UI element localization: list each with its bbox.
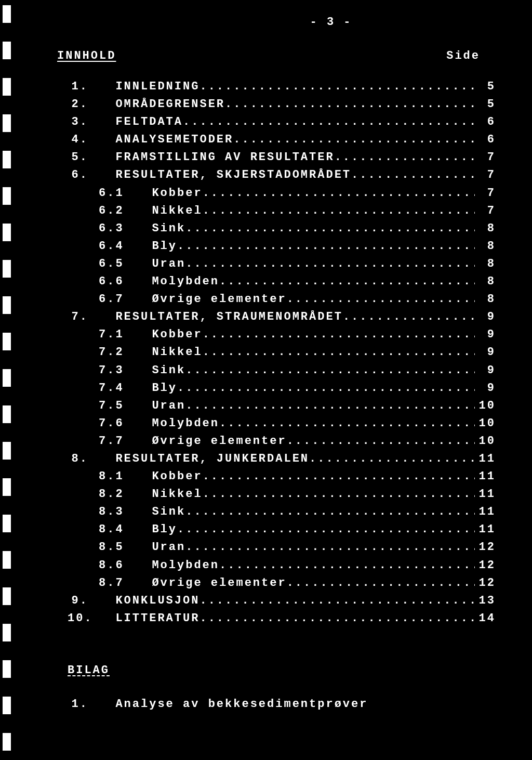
toc-entry-page: 11 <box>475 503 501 521</box>
toc-dots: ........................................… <box>351 166 475 184</box>
toc-entry-title: Øvrige elementer <box>135 291 287 308</box>
toc-dots: ........................................… <box>287 433 475 450</box>
toc-entry-title: KONKLUSJON <box>99 592 200 610</box>
toc-entry-title: ANALYSEMETODER <box>99 131 233 149</box>
toc-entry-number: 8. <box>68 450 99 468</box>
toc-header: INNHOLD Side <box>57 49 501 62</box>
toc-entry-page: 11 <box>475 521 501 539</box>
toc-entry-title: Uran <box>135 539 185 556</box>
toc-row: 10. LITTERATUR..........................… <box>68 610 501 627</box>
bilag-title: BILAG <box>68 664 501 677</box>
toc-row: 9. KONKLUSJON...........................… <box>68 592 501 610</box>
toc-entry-title: Bly <box>135 238 177 255</box>
toc-entry-number: 8.7 <box>68 574 135 592</box>
toc-entry-number: 7.3 <box>68 362 135 379</box>
toc-entry-title: Nikkel <box>135 202 203 220</box>
toc-dots: ........................................… <box>219 273 475 291</box>
toc-row: 7. RESULTATER, STRAUMENOMRÅDET..........… <box>68 308 501 326</box>
toc-entry-title: Sink <box>135 503 185 521</box>
toc-dots: ........................................… <box>185 397 475 415</box>
toc-entry-number: 7.6 <box>68 415 135 433</box>
toc-dots: ........................................… <box>225 96 475 113</box>
toc-entry-number: 6. <box>68 166 99 184</box>
toc-entry-page: 12 <box>475 557 501 574</box>
toc-entry-title: Sink <box>135 362 185 379</box>
toc-entry-number: 4. <box>68 131 99 149</box>
toc-dots: ........................................… <box>185 255 475 273</box>
toc-entry-title: Molybden <box>135 273 219 291</box>
page-number: - 3 - <box>161 16 501 29</box>
toc-entry-title: Kobber <box>135 185 203 202</box>
toc-entry-number: 6.5 <box>68 255 135 273</box>
toc-entry-title: Øvrige elementer <box>135 433 287 450</box>
toc-entry-number: 6.1 <box>68 185 135 202</box>
toc-entry-title: Uran <box>135 255 185 273</box>
toc-entry-page: 11 <box>475 486 501 503</box>
toc-entry-number: 7.5 <box>68 397 135 415</box>
toc-dots: ........................................… <box>185 503 475 521</box>
toc-title: INNHOLD <box>57 49 116 62</box>
toc-dots: ........................................… <box>200 78 475 96</box>
bilag-row: 1. Analyse av bekkesedimentprøver <box>68 698 501 711</box>
bilag-list: 1. Analyse av bekkesedimentprøver <box>68 698 501 711</box>
toc-entry-number: 6.6 <box>68 273 135 291</box>
toc-entry-title: OMRÅDEGRENSER <box>99 96 225 113</box>
toc-entry-number: 2. <box>68 96 99 113</box>
toc-entry-title: RESULTATER, JUNKERDALEN <box>99 450 309 468</box>
toc-entry-title: FRAMSTILLING AV RESULTATER <box>99 149 335 166</box>
toc-entry-page: 12 <box>475 574 501 592</box>
bilag-section: BILAG 1. Analyse av bekkesedimentprøver <box>68 664 501 711</box>
toc-row: 2. OMRÅDEGRENSER........................… <box>68 96 501 113</box>
toc-entry-page: 8 <box>475 238 501 255</box>
toc-dots: ........................................… <box>233 131 475 149</box>
toc-entry-number: 7.2 <box>68 344 135 361</box>
toc-row: 6.3 Sink................................… <box>68 220 501 238</box>
toc-entry-number: 9. <box>68 592 99 610</box>
toc-entry-title: Nikkel <box>135 486 203 503</box>
toc-dots: ........................................… <box>203 486 475 503</box>
toc-row: 8.2 Nikkel..............................… <box>68 486 501 503</box>
toc-entry-page: 9 <box>475 344 501 361</box>
toc-row: 3. FELTDATA.............................… <box>68 113 501 131</box>
toc-dots: ........................................… <box>203 185 475 202</box>
toc-row: 7.3 Sink................................… <box>68 362 501 379</box>
toc-entry-page: 9 <box>475 379 501 397</box>
toc-entry-title: Øvrige elementer <box>135 574 287 592</box>
toc-entry-title: RESULTATER, SKJERSTADOMRÅDET <box>99 166 351 184</box>
toc-entry-page: 7 <box>475 202 501 220</box>
toc-row: 8.3 Sink................................… <box>68 503 501 521</box>
toc-dots: ........................................… <box>335 149 475 166</box>
toc-entry-number: 6.2 <box>68 202 135 220</box>
toc-entry-title: Kobber <box>135 326 203 344</box>
toc-entry-number: 7.7 <box>68 433 135 450</box>
toc-entry-page: 8 <box>475 255 501 273</box>
toc-entry-title: Nikkel <box>135 344 203 361</box>
toc-dots: ........................................… <box>177 238 475 255</box>
toc-entry-page: 14 <box>475 610 501 627</box>
toc-page-label: Side <box>446 49 480 62</box>
toc-dots: ........................................… <box>203 468 475 486</box>
toc-entry-page: 12 <box>475 539 501 556</box>
toc-dots: ........................................… <box>183 113 475 131</box>
toc-entry-title: Kobber <box>135 468 203 486</box>
toc-entry-page: 7 <box>475 149 501 166</box>
toc-entry-number: 7. <box>68 308 99 326</box>
toc-row: 7.7 Øvrige elementer....................… <box>68 433 501 450</box>
toc-row: 4. ANALYSEMETODER.......................… <box>68 131 501 149</box>
toc-entry-number: 6.3 <box>68 220 135 238</box>
bilag-entry-title: Analyse av bekkesedimentprøver <box>99 698 368 711</box>
toc-entry-page: 8 <box>475 273 501 291</box>
toc-entry-page: 6 <box>475 113 501 131</box>
toc-entry-title: Uran <box>135 397 185 415</box>
toc-row: 7.2 Nikkel..............................… <box>68 344 501 361</box>
toc-entry-number: 1. <box>68 78 99 96</box>
toc-dots: ........................................… <box>219 415 475 433</box>
toc-entry-title: Molybden <box>135 415 219 433</box>
toc-entry-number: 7.4 <box>68 379 135 397</box>
toc-dots: ........................................… <box>203 326 475 344</box>
toc-dots: ........................................… <box>177 521 475 539</box>
toc-row: 7.4 Bly.................................… <box>68 379 501 397</box>
toc-entry-number: 3. <box>68 113 99 131</box>
toc-entry-number: 10. <box>68 610 99 627</box>
toc-entry-number: 8.2 <box>68 486 135 503</box>
